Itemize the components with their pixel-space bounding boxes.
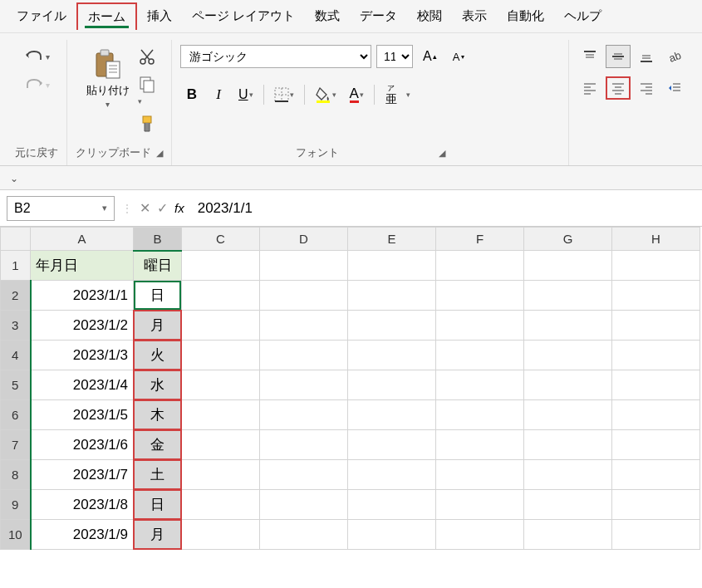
cell-A8[interactable]: 2023/1/7 (31, 460, 134, 490)
cell-G2[interactable] (524, 281, 612, 311)
cell-B3[interactable]: 月 (134, 311, 182, 341)
cell-B8[interactable]: 土 (134, 460, 182, 490)
cell-G5[interactable] (524, 370, 612, 400)
cell-E3[interactable] (348, 311, 436, 341)
cell-F1[interactable] (436, 251, 524, 281)
cell-E9[interactable] (348, 490, 436, 520)
cell-G8[interactable] (524, 460, 612, 490)
cell-A2[interactable]: 2023/1/1 (31, 281, 134, 311)
fx-icon[interactable]: fx (174, 201, 184, 215)
cell-G1[interactable] (524, 251, 612, 281)
align-middle-button[interactable] (606, 45, 631, 68)
border-button[interactable]: ▾ (269, 84, 299, 105)
row-header-9[interactable]: 9 (1, 490, 31, 520)
font-color-button[interactable]: A ▾ (345, 83, 369, 106)
cell-C2[interactable] (182, 281, 260, 311)
cell-A1[interactable]: 年月日 (31, 251, 134, 281)
cell-A7[interactable]: 2023/1/6 (31, 430, 134, 460)
col-header-A[interactable]: A (31, 228, 134, 251)
cell-D7[interactable] (260, 430, 348, 460)
cell-C7[interactable] (182, 430, 260, 460)
clipboard-launcher[interactable]: ◢ (156, 148, 163, 159)
increase-font-button[interactable]: A▴ (418, 46, 442, 67)
row-header-7[interactable]: 7 (1, 430, 31, 460)
cell-F9[interactable] (436, 490, 524, 520)
cell-F3[interactable] (436, 311, 524, 341)
cancel-formula-button[interactable]: ✕ (140, 200, 150, 216)
cell-G9[interactable] (524, 490, 612, 520)
cell-H6[interactable] (612, 400, 700, 430)
fill-color-button[interactable]: ▾ (310, 83, 341, 106)
cell-G7[interactable] (524, 430, 612, 460)
cell-C9[interactable] (182, 490, 260, 520)
menu-file[interactable]: ファイル (7, 3, 76, 29)
cell-H10[interactable] (612, 520, 700, 550)
cell-F10[interactable] (436, 520, 524, 550)
paste-button[interactable]: 貼り付け ▾ (83, 45, 133, 112)
ribbon-collapse-button[interactable]: ⌄ (10, 173, 18, 184)
row-header-4[interactable]: 4 (1, 341, 31, 370)
cell-H3[interactable] (612, 311, 700, 341)
cell-C5[interactable] (182, 370, 260, 400)
cell-D2[interactable] (260, 281, 348, 311)
cell-G6[interactable] (524, 400, 612, 430)
row-header-2[interactable]: 2 (1, 281, 31, 311)
select-all-corner[interactable] (1, 228, 31, 251)
cell-B7[interactable]: 金 (134, 430, 182, 460)
row-header-10[interactable]: 10 (1, 520, 31, 550)
align-right-button[interactable] (634, 76, 659, 100)
menu-insert[interactable]: 挿入 (137, 3, 182, 29)
menu-page-layout[interactable]: ページ レイアウト (182, 3, 305, 29)
cell-F2[interactable] (436, 281, 524, 311)
cell-E2[interactable] (348, 281, 436, 311)
col-header-E[interactable]: E (348, 228, 436, 251)
format-painter-button[interactable] (138, 115, 156, 133)
cell-E7[interactable] (348, 430, 436, 460)
align-top-button[interactable] (577, 45, 602, 68)
font-size-select[interactable]: 11 (376, 45, 413, 68)
cell-H1[interactable] (612, 251, 700, 281)
row-header-6[interactable]: 6 (1, 400, 31, 430)
cell-E8[interactable] (348, 460, 436, 490)
cell-E4[interactable] (348, 341, 436, 370)
col-header-B[interactable]: B (134, 228, 182, 251)
cell-H4[interactable] (612, 341, 700, 370)
cell-H8[interactable] (612, 460, 700, 490)
col-header-H[interactable]: H (612, 228, 700, 251)
cell-B2[interactable]: 日 (134, 281, 182, 311)
menu-automate[interactable]: 自動化 (497, 3, 554, 29)
decrease-font-button[interactable]: A▾ (447, 47, 470, 66)
row-header-8[interactable]: 8 (1, 460, 31, 490)
cell-E5[interactable] (348, 370, 436, 400)
row-header-3[interactable]: 3 (1, 311, 31, 341)
cell-H7[interactable] (612, 430, 700, 460)
cut-button[interactable] (138, 48, 156, 66)
cell-B4[interactable]: 火 (134, 341, 182, 370)
phonetic-button[interactable]: ア亜 (380, 81, 403, 108)
menu-home[interactable]: ホーム (76, 2, 137, 30)
align-bottom-button[interactable] (634, 45, 659, 68)
cell-E6[interactable] (348, 400, 436, 430)
font-launcher[interactable]: ◢ (439, 148, 445, 159)
align-left-button[interactable] (577, 76, 602, 100)
cell-G10[interactable] (524, 520, 612, 550)
redo-button[interactable]: ▾ (21, 73, 53, 96)
enter-formula-button[interactable]: ✓ (157, 200, 168, 216)
cell-A4[interactable]: 2023/1/3 (31, 341, 134, 370)
cell-F4[interactable] (436, 341, 524, 370)
cell-D6[interactable] (260, 400, 348, 430)
cell-B5[interactable]: 水 (134, 370, 182, 400)
menu-formulas[interactable]: 数式 (305, 3, 350, 29)
cell-G3[interactable] (524, 311, 612, 341)
formula-input[interactable] (191, 197, 695, 220)
menu-review[interactable]: 校閲 (407, 3, 452, 29)
cell-D5[interactable] (260, 370, 348, 400)
menu-help[interactable]: ヘルプ (554, 3, 611, 29)
italic-button[interactable]: I (207, 83, 230, 106)
font-family-select[interactable]: 游ゴシック (180, 45, 371, 68)
cell-H2[interactable] (612, 281, 700, 311)
cell-H5[interactable] (612, 370, 700, 400)
row-header-5[interactable]: 5 (1, 370, 31, 400)
cell-G4[interactable] (524, 341, 612, 370)
align-center-button[interactable] (606, 76, 631, 100)
